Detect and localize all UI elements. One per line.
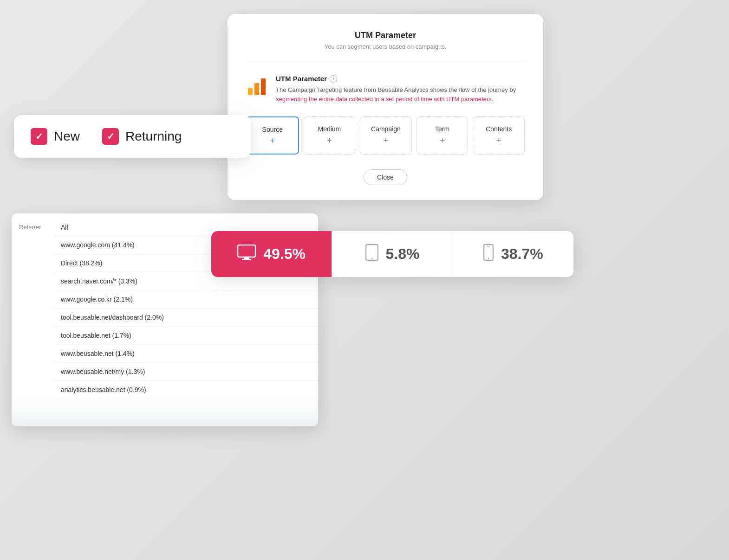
desktop-icon	[237, 245, 256, 264]
utm-divider	[246, 61, 525, 62]
info-icon: i	[330, 75, 337, 83]
utm-close-row: Close	[246, 169, 525, 185]
utm-params-grid: Source + Medium + Campaign + Term + Cont…	[246, 116, 525, 154]
utm-info-text: UTM Parameter i The Campaign Targeting f…	[276, 75, 525, 103]
mobile-percent: 38.7%	[501, 245, 543, 263]
svg-rect-2	[261, 78, 266, 95]
utm-param-source-plus: +	[252, 137, 293, 145]
utm-param-campaign[interactable]: Campaign +	[360, 116, 412, 154]
list-item[interactable]: www.beusable.net (1.4%)	[53, 345, 318, 363]
list-item[interactable]: tool.beusable.net (1.7%)	[53, 327, 318, 345]
svg-point-9	[488, 258, 489, 259]
returning-checkmark: ✓	[107, 131, 115, 142]
utm-close-button[interactable]: Close	[364, 169, 407, 185]
new-label: New	[54, 129, 80, 144]
device-desktop: 49.5%	[211, 231, 332, 277]
svg-rect-5	[242, 259, 251, 260]
svg-point-7	[371, 258, 372, 259]
utm-param-campaign-plus: +	[365, 136, 407, 145]
tablet-icon	[365, 244, 378, 264]
utm-param-contents[interactable]: Contents +	[473, 116, 525, 154]
device-tablet: 5.8%	[332, 231, 453, 277]
visitor-option-new: ✓ New	[31, 128, 80, 145]
utm-param-contents-plus: +	[478, 136, 520, 145]
new-checkmark: ✓	[35, 131, 43, 142]
utm-param-campaign-label: Campaign	[365, 125, 407, 133]
utm-parameter-card: UTM Parameter You can segment users base…	[228, 14, 543, 200]
mobile-icon	[483, 244, 494, 264]
list-item[interactable]: www.google.co.kr (2.1%)	[53, 290, 318, 309]
list-item[interactable]: tool.beusable.net/dashboard (2.0%)	[53, 309, 318, 327]
utm-param-term-label: Term	[422, 125, 463, 133]
utm-info-row: UTM Parameter i The Campaign Targeting f…	[246, 75, 525, 103]
svg-rect-1	[254, 83, 259, 95]
utm-card-subtitle: You can segment users based on campaigns…	[246, 43, 525, 50]
desktop-percent: 49.5%	[263, 245, 306, 263]
device-mobile: 38.7%	[453, 231, 573, 277]
utm-param-term[interactable]: Term +	[417, 116, 469, 154]
referrer-label: Referrer	[12, 219, 53, 231]
visitor-option-returning: ✓ Returning	[102, 128, 182, 145]
utm-param-medium-label: Medium	[309, 125, 351, 133]
svg-rect-3	[238, 245, 255, 257]
utm-param-medium-plus: +	[309, 136, 351, 145]
utm-card-title: UTM Parameter	[246, 31, 525, 40]
list-item[interactable]: www.beusable.net/my (1.3%)	[53, 363, 318, 381]
utm-info-description: The Campaign Targeting feature from Beus…	[276, 85, 525, 103]
svg-rect-10	[487, 246, 490, 247]
utm-param-contents-label: Contents	[478, 125, 520, 133]
utm-param-source[interactable]: Source +	[246, 116, 299, 154]
utm-info-title: UTM Parameter i	[276, 75, 525, 83]
utm-param-source-label: Source	[252, 126, 293, 133]
utm-param-term-plus: +	[422, 136, 463, 145]
svg-rect-4	[244, 257, 249, 259]
utm-chart-icon	[246, 75, 268, 97]
returning-label: Returning	[125, 129, 182, 144]
returning-checkbox[interactable]: ✓	[102, 128, 119, 145]
utm-param-medium[interactable]: Medium +	[304, 116, 356, 154]
tablet-percent: 5.8%	[386, 245, 420, 263]
svg-rect-0	[248, 88, 253, 95]
device-bar: 49.5% 5.8% 38.7%	[211, 231, 573, 277]
list-item[interactable]: analytics.beusable.net (0.9%)	[53, 381, 318, 399]
new-checkbox[interactable]: ✓	[31, 128, 47, 145]
visitor-card: ✓ New ✓ Returning	[14, 115, 251, 158]
